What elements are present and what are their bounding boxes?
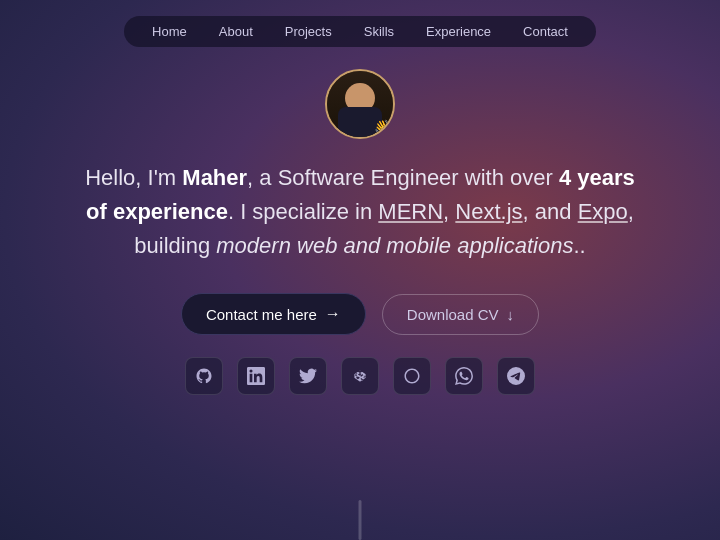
linkedin-icon[interactable] xyxy=(237,357,275,395)
download-cv-button[interactable]: Download CV ↓ xyxy=(382,294,539,335)
tech-expo: Expo xyxy=(578,199,628,224)
hero-section: 👋 Hello, I'm Maher, a Software Engineer … xyxy=(0,59,720,395)
hero-text: Hello, I'm Maher, a Software Engineer wi… xyxy=(80,161,640,263)
github-icon[interactable] xyxy=(185,357,223,395)
nav-item-skills[interactable]: Skills xyxy=(364,24,394,39)
nav-item-home[interactable]: Home xyxy=(152,24,187,39)
intro-text-2: , a Software Engineer with over xyxy=(247,165,559,190)
hero-italic: modern web and mobile applications xyxy=(216,233,573,258)
contact-button-label: Contact me here xyxy=(206,306,317,323)
download-cv-label: Download CV xyxy=(407,306,499,323)
contact-arrow-icon: → xyxy=(325,305,341,323)
tech-nextjs: Next.js xyxy=(455,199,522,224)
codepen-icon[interactable] xyxy=(341,357,379,395)
telegram-icon[interactable] xyxy=(497,357,535,395)
contact-button[interactable]: Contact me here → xyxy=(181,293,366,335)
hero-name: Maher xyxy=(182,165,247,190)
scroll-indicator xyxy=(359,500,362,540)
nav-inner: Home About Projects Skills Experience Co… xyxy=(124,16,596,47)
sep1: , xyxy=(443,199,455,224)
download-icon: ↓ xyxy=(507,306,515,323)
whatsapp-icon[interactable] xyxy=(445,357,483,395)
nav-item-about[interactable]: About xyxy=(219,24,253,39)
wave-emoji: 👋 xyxy=(374,119,391,135)
nav-item-contact[interactable]: Contact xyxy=(523,24,568,39)
circle-icon[interactable] xyxy=(393,357,431,395)
social-icons-row xyxy=(185,357,535,395)
twitter-icon[interactable] xyxy=(289,357,327,395)
tech-mern: MERN xyxy=(378,199,443,224)
button-row: Contact me here → Download CV ↓ xyxy=(181,293,539,335)
sep2: , and xyxy=(523,199,578,224)
hero-dots: .. xyxy=(573,233,585,258)
nav-item-experience[interactable]: Experience xyxy=(426,24,491,39)
avatar: 👋 xyxy=(325,69,395,139)
intro-text-1: Hello, I'm xyxy=(85,165,182,190)
nav-item-projects[interactable]: Projects xyxy=(285,24,332,39)
navbar: Home About Projects Skills Experience Co… xyxy=(0,0,720,59)
intro-text-3: . I specialize in xyxy=(228,199,378,224)
